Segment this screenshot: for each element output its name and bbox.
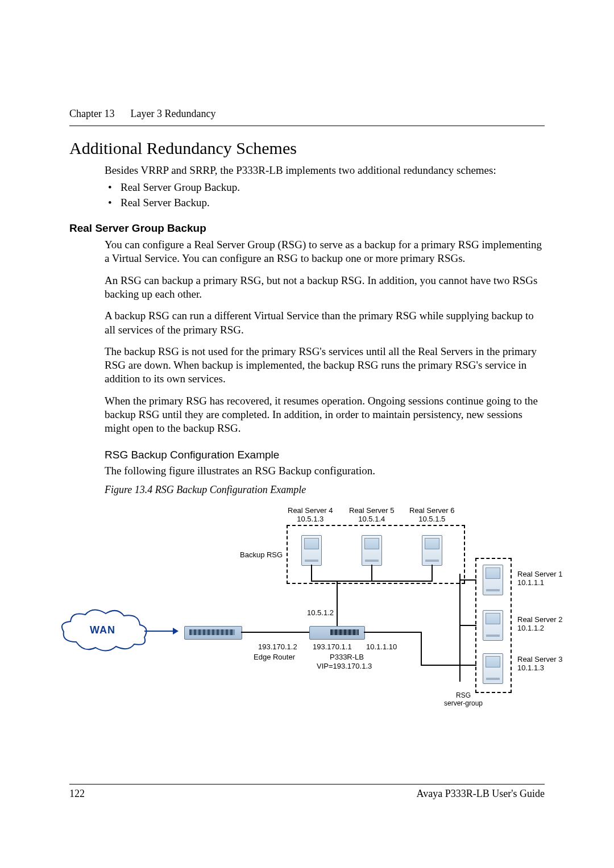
wan-cloud: WAN	[59, 608, 150, 656]
server-label: Real Server 2 10.1.1.2	[517, 616, 562, 632]
body: You can configure a Real Server Group (R…	[105, 238, 545, 717]
link-line	[421, 665, 460, 666]
server-icon	[422, 535, 442, 566]
body: Besides VRRP and SRRP, the P333R-LB impl…	[105, 164, 545, 210]
header-rule	[69, 126, 545, 126]
server-icon	[483, 565, 503, 595]
server-label: Real Server 3 10.1.1.3	[517, 656, 562, 672]
link-line	[459, 579, 476, 581]
chapter-label: Chapter 13	[69, 108, 114, 120]
link-line	[432, 565, 433, 582]
lb-icon	[309, 626, 365, 640]
para: When the primary RSG has recovered, it r…	[105, 394, 545, 436]
server-icon	[362, 535, 382, 566]
page-number: 122	[69, 788, 85, 800]
lb-ip-right: 10.1.1.10	[366, 643, 397, 651]
scheme-list: Real Server Group Backup. Real Server Ba…	[105, 181, 545, 210]
lb-ip-left: 193.170.1.1	[313, 643, 352, 651]
uplink-ip: 10.5.1.2	[307, 609, 334, 617]
figure-diagram: Real Server 4 10.5.1.3 Real Server 5 10.…	[105, 507, 580, 717]
running-head: Chapter 13 Layer 3 Redundancy	[69, 108, 545, 120]
link-line	[364, 632, 421, 633]
backup-rsg-label: Backup RSG	[240, 551, 283, 559]
list-item: Real Server Backup.	[105, 196, 545, 210]
figure-caption: Figure 13.4 RSG Backup Configuration Exa…	[105, 483, 545, 496]
guide-title: Avaya P333R-LB User's Guide	[417, 788, 545, 800]
server-label: Real Server 4 10.5.1.3	[288, 507, 333, 523]
edge-router-ip: 193.170.1.2	[258, 643, 297, 651]
server-icon	[483, 653, 503, 684]
page: Chapter 13 Layer 3 Redundancy Additional…	[0, 0, 614, 868]
server-icon	[483, 610, 503, 641]
footer-rule	[69, 784, 545, 784]
edge-router-label: Edge Router	[254, 653, 295, 661]
example-heading: RSG Backup Configuration Example	[105, 448, 545, 462]
chapter-title: Layer 3 Redundancy	[130, 108, 215, 120]
subsection-heading: Real Server Group Backup	[69, 222, 545, 235]
section-heading: Additional Redundancy Schemes	[69, 139, 545, 158]
server-label: Real Server 1 10.1.1.1	[517, 570, 562, 587]
link-line	[421, 632, 422, 666]
link-line	[371, 565, 372, 582]
lb-label: P333R-LB	[330, 653, 364, 661]
wan-label: WAN	[90, 624, 115, 637]
link-line	[241, 632, 309, 633]
router-icon	[184, 626, 242, 640]
para: You can configure a Real Server Group (R…	[105, 238, 545, 266]
para: The following figure illustrates an RSG …	[105, 464, 545, 478]
para: The backup RSG is not used for the prima…	[105, 345, 545, 386]
para: A backup RSG can run a different Virtual…	[105, 309, 545, 337]
intro-para: Besides VRRP and SRRP, the P333R-LB impl…	[105, 164, 545, 177]
link-line	[459, 665, 476, 666]
list-item: Real Server Group Backup.	[105, 181, 545, 194]
para: An RSG can backup a primary RSG, but not…	[105, 274, 545, 302]
link-line	[459, 625, 476, 626]
footer: 122 Avaya P333R-LB User's Guide	[69, 784, 545, 800]
server-label: Real Server 6 10.5.1.5	[409, 507, 454, 523]
server-icon	[301, 535, 322, 566]
rsg-label: RSG server-group	[432, 692, 495, 707]
link-line	[311, 565, 312, 582]
link-line	[337, 582, 338, 626]
server-label: Real Server 5 10.5.1.4	[349, 507, 394, 523]
lb-vip: VIP=193.170.1.3	[317, 662, 372, 670]
svg-marker-1	[173, 628, 179, 635]
